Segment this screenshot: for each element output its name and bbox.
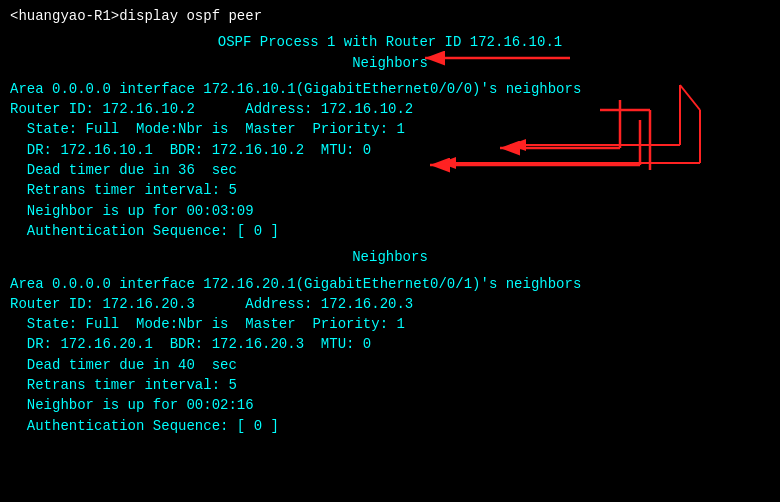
separator-line: Neighbors: [10, 247, 770, 267]
area2-neighbor-up: Neighbor is up for 00:02:16: [10, 395, 770, 415]
area1-router: Router ID: 172.16.10.2 Address: 172.16.1…: [10, 99, 770, 119]
area1-interface: Area 0.0.0.0 interface 172.16.10.1(Gigab…: [10, 79, 770, 99]
header2-line: Neighbors: [10, 53, 770, 73]
area2-router: Router ID: 172.16.20.3 Address: 172.16.2…: [10, 294, 770, 314]
area1-neighbor-up: Neighbor is up for 00:03:09: [10, 201, 770, 221]
area1-dead: Dead timer due in 36 sec: [10, 160, 770, 180]
area2-interface: Area 0.0.0.0 interface 172.16.20.1(Gigab…: [10, 274, 770, 294]
prompt-line: <huangyao-R1>display ospf peer: [10, 6, 770, 26]
header1-line: OSPF Process 1 with Router ID 172.16.10.…: [10, 32, 770, 52]
terminal-window: <huangyao-R1>display ospf peer OSPF Proc…: [0, 0, 780, 502]
area1-state: State: Full Mode:Nbr is Master Priority:…: [10, 119, 770, 139]
area2-retrans: Retrans timer interval: 5: [10, 375, 770, 395]
area2-dr: DR: 172.16.20.1 BDR: 172.16.20.3 MTU: 0: [10, 334, 770, 354]
area1-auth: Authentication Sequence: [ 0 ]: [10, 221, 770, 241]
area1-dr: DR: 172.16.10.1 BDR: 172.16.10.2 MTU: 0: [10, 140, 770, 160]
area1-retrans: Retrans timer interval: 5: [10, 180, 770, 200]
area2-state: State: Full Mode:Nbr is Master Priority:…: [10, 314, 770, 334]
area2-dead: Dead timer due in 40 sec: [10, 355, 770, 375]
area2-auth: Authentication Sequence: [ 0 ]: [10, 416, 770, 436]
